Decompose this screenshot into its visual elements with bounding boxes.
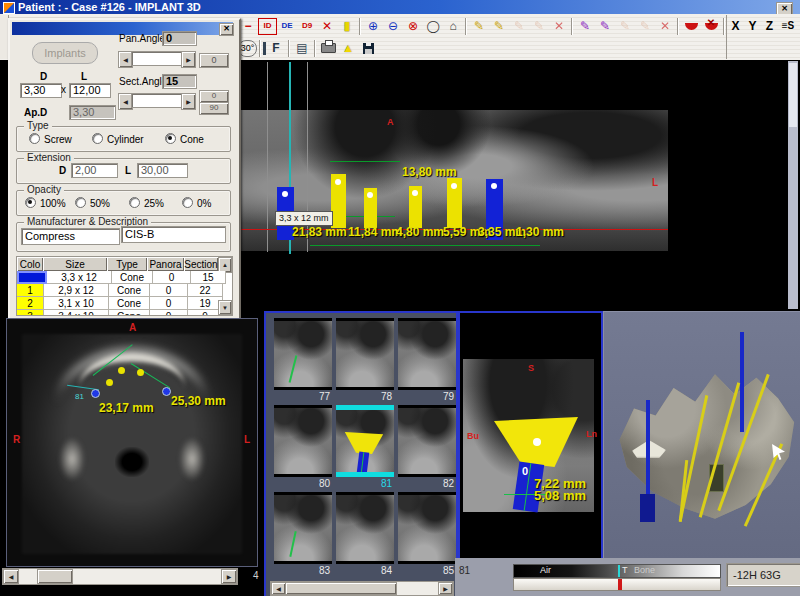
delete-measure2-icon[interactable]: ✕	[655, 17, 675, 36]
view-3d[interactable]	[603, 311, 800, 560]
ellipse-tool-icon[interactable]: ◯	[423, 17, 443, 36]
zoom-out-icon[interactable]: ⊖	[383, 17, 403, 36]
color-swatch-cell[interactable]	[17, 271, 47, 284]
save-icon[interactable]	[358, 39, 378, 58]
col-header-size[interactable]: Size	[43, 257, 107, 271]
implant-delete-icon[interactable]: ✕	[317, 17, 337, 36]
color-swatch-cell[interactable]: 2	[17, 297, 44, 310]
ext-d-field[interactable]: 2,00	[71, 163, 118, 178]
measure2-faded-icon[interactable]: ✎	[615, 17, 635, 36]
implants-dialog[interactable]: ✕ Implants Pan.Angle 0 ◀ ▶ 0 D L 3,30 x …	[8, 18, 241, 320]
implant-dot-blue-left[interactable]	[91, 389, 100, 398]
pencil2-profile-icon[interactable]: ✎	[595, 17, 615, 36]
print-icon[interactable]	[318, 39, 338, 58]
implant-red-icon[interactable]: ID	[258, 18, 277, 35]
axial-view[interactable]: A R L 81 23,17 mm 25,30 mm	[6, 318, 258, 567]
threshold-thumb[interactable]	[618, 579, 622, 590]
color-swatch-cell[interactable]: 3	[17, 310, 44, 316]
implant-yellow-3[interactable]	[409, 186, 422, 228]
axis-z-button[interactable]: Z	[761, 17, 778, 36]
scroll-right-button[interactable]: ▶	[181, 51, 196, 68]
density-gradient-bar[interactable]: Air T Bone	[513, 564, 721, 578]
slice-thumb-84[interactable]	[336, 492, 394, 564]
scroll-track[interactable]	[131, 93, 183, 108]
scrollbar-thumb[interactable]	[789, 63, 797, 127]
axis-y-button[interactable]: Y	[744, 17, 761, 36]
scrollbar-thumb[interactable]	[285, 582, 397, 595]
implant-yellow-icon[interactable]: ▮	[337, 17, 357, 36]
slice-thumb-77[interactable]	[274, 318, 332, 390]
table-row[interactable]: 1 2,9 x 12 Cone 0 22	[17, 284, 232, 297]
table-row[interactable]: 3,3 x 12 Cone 0 15	[17, 271, 232, 284]
implant-yellow-1[interactable]	[331, 174, 346, 228]
scroll-right-button[interactable]: ▶	[221, 569, 237, 584]
measure-faded-icon[interactable]: ✎	[509, 17, 529, 36]
implant-dot-yellow-3[interactable]	[137, 369, 144, 376]
description-field[interactable]: CIS-B	[121, 226, 226, 243]
scroll-left-button[interactable]: ◀	[271, 582, 286, 595]
scrollbar-thumb[interactable]	[37, 569, 73, 584]
scroll-right-button[interactable]: ▶	[181, 93, 196, 110]
length-field[interactable]: 12,00	[69, 83, 111, 98]
slice-thumb-85[interactable]	[398, 492, 456, 564]
threshold-track[interactable]	[513, 578, 721, 591]
slice-thumb-82[interactable]	[398, 405, 456, 477]
type-cylinder-radio[interactable]: Cylinder	[92, 133, 144, 145]
minus-icon[interactable]: −	[238, 17, 258, 36]
opacity-25-radio[interactable]: 25%	[129, 197, 164, 209]
window-titlebar[interactable]: Patient : - Case #126 - IMPLANT 3D	[0, 0, 800, 14]
slice-thumb-79[interactable]	[398, 318, 456, 390]
section-start-button[interactable]: ≡S	[778, 17, 798, 36]
grid-scrollbar[interactable]: ◀ ▶	[270, 581, 454, 596]
pencil-profile-icon[interactable]: ✎	[489, 17, 509, 36]
pano-vertical-scrollbar[interactable]	[788, 61, 798, 309]
prism-icon[interactable]: ▲	[338, 39, 358, 58]
opacity-50-radio[interactable]: 50%	[75, 197, 110, 209]
delete-measure-icon[interactable]: ✕	[549, 17, 569, 36]
implant-yellow-2[interactable]	[364, 188, 377, 228]
sinus-bowl-icon[interactable]	[681, 17, 701, 36]
manufacturer-field[interactable]: Compress	[21, 228, 120, 245]
opacity-0-radio[interactable]: 0%	[182, 197, 211, 209]
type-screw-radio[interactable]: Screw	[29, 133, 72, 145]
implant-dot-yellow-2[interactable]	[118, 367, 125, 374]
cross-section-detail[interactable]: S Bu Ln 0 7,22 mm 5,08 mm	[458, 311, 603, 564]
threshold-marker[interactable]	[618, 565, 620, 577]
implant-3d-blue-2[interactable]	[740, 332, 744, 432]
sinus-bowl-delete-icon[interactable]: ✕	[701, 17, 721, 36]
measure-faded-icon[interactable]: ✎	[529, 17, 549, 36]
table-row[interactable]: 3 3,4 x 10 Cone 0 9	[17, 310, 232, 316]
diameter-field[interactable]: 3,30	[20, 83, 62, 98]
arch-tool-icon[interactable]: ⌂	[443, 17, 463, 36]
pencil-slice-icon[interactable]: ✎	[469, 17, 489, 36]
sect-angle-90-button[interactable]: 90	[199, 102, 229, 115]
pano-range-line-left[interactable]	[267, 62, 268, 252]
sect-angle-scrollbar[interactable]: ◀ ▶	[118, 93, 194, 108]
measure2-faded-icon[interactable]: ✎	[635, 17, 655, 36]
zoom-cancel-icon[interactable]: ⊗	[403, 17, 423, 36]
opacity-100-radio[interactable]: 100%	[25, 197, 66, 209]
pan-angle-scrollbar[interactable]: ◀ ▶	[118, 51, 194, 66]
col-header-section[interactable]: Section	[184, 257, 218, 271]
implant-dot-blue-right[interactable]	[162, 387, 171, 396]
axis-x-button[interactable]: X	[727, 17, 744, 36]
scroll-left-button[interactable]: ◀	[3, 569, 19, 584]
axial-scrollbar[interactable]: ◀ ▶	[2, 568, 238, 585]
col-header-color[interactable]: Colo	[17, 257, 43, 271]
implant-yellow-4[interactable]	[447, 178, 462, 228]
slice-thumb-78[interactable]	[336, 318, 394, 390]
tile-windows-icon[interactable]: ▤	[292, 39, 312, 58]
color-swatch-cell[interactable]: 1	[17, 284, 44, 297]
slice-thumb-80[interactable]	[274, 405, 332, 477]
implant-3d-blue-body[interactable]	[640, 494, 655, 522]
dialog-close-button[interactable]: ✕	[219, 23, 234, 36]
table-row[interactable]: 2 3,1 x 10 Cone 0 19	[17, 297, 232, 310]
slice-thumb-83[interactable]	[274, 492, 332, 564]
col-header-panora[interactable]: Panora	[147, 257, 184, 271]
panorama-curve-icon[interactable]: F	[263, 42, 286, 55]
slice-thumb-81-selected[interactable]	[336, 405, 394, 477]
implant-dot-yellow-1[interactable]	[106, 379, 113, 386]
ext-l-field[interactable]: 30,00	[137, 163, 188, 178]
implant-blue-icon[interactable]: DE	[277, 17, 297, 36]
implant-pair-icon[interactable]: D9	[297, 17, 317, 36]
